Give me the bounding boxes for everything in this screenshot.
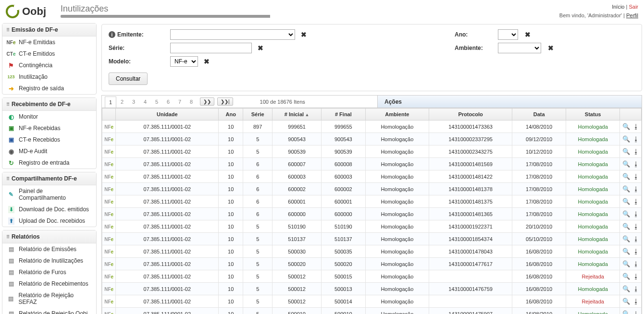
pager-page[interactable]: 7 bbox=[174, 97, 186, 107]
table-row[interactable]: NFe07.385.111/0001-02106600002600002Homo… bbox=[102, 183, 642, 195]
select-ano[interactable] bbox=[498, 29, 518, 40]
pager-page[interactable]: 5 bbox=[151, 97, 162, 107]
view-icon[interactable]: 🔍 bbox=[622, 123, 630, 130]
col-protocolo[interactable]: Protocolo bbox=[429, 109, 512, 121]
pager-page[interactable]: 4 bbox=[139, 97, 151, 107]
sidebar-item[interactable]: Painel de Compartilhamento bbox=[2, 185, 96, 204]
download-icon[interactable]: ⭳ bbox=[633, 148, 639, 155]
view-icon[interactable]: 🔍 bbox=[622, 198, 630, 205]
view-icon[interactable]: 🔍 bbox=[622, 310, 630, 314]
sidebar-item[interactable]: Monitor bbox=[2, 111, 96, 122]
col-status[interactable]: Status bbox=[566, 109, 620, 121]
sidebar-item[interactable]: Relatório de Rejeição Oobj bbox=[2, 308, 96, 314]
select-ambiente[interactable] bbox=[498, 43, 541, 53]
table-row[interactable]: NFe07.385.111/0001-02105500010500010Homo… bbox=[102, 308, 642, 314]
pager-page[interactable]: 6 bbox=[162, 97, 174, 107]
pager-page[interactable]: 3 bbox=[128, 97, 139, 107]
view-icon[interactable]: 🔍 bbox=[622, 185, 630, 193]
download-icon[interactable]: ⭳ bbox=[633, 235, 639, 242]
table-row[interactable]: NFe07.385.111/0001-02105500020500020Homo… bbox=[102, 258, 642, 270]
table-row[interactable]: NFe07.385.111/0001-02105500012500014Homo… bbox=[102, 295, 642, 308]
sidebar-item[interactable]: Contingência bbox=[2, 60, 96, 71]
clear-ambiente-icon[interactable]: ✖ bbox=[546, 44, 556, 52]
sidebar-item[interactable]: Inutilização bbox=[2, 71, 96, 83]
pager-page[interactable]: 8 bbox=[186, 97, 197, 107]
download-icon[interactable]: ⭳ bbox=[633, 298, 639, 305]
view-icon[interactable]: 🔍 bbox=[622, 273, 630, 280]
download-icon[interactable]: ⭳ bbox=[633, 160, 639, 168]
consultar-button[interactable]: Consultar bbox=[109, 72, 148, 85]
view-icon[interactable]: 🔍 bbox=[622, 248, 630, 255]
table-row[interactable]: NFe07.385.111/0001-02106600007600008Homo… bbox=[102, 158, 642, 170]
view-icon[interactable]: 🔍 bbox=[622, 235, 630, 242]
clear-emitente-icon[interactable]: ✖ bbox=[299, 31, 309, 38]
clear-modelo-icon[interactable]: ✖ bbox=[202, 58, 211, 65]
sidebar-item[interactable]: NF-e Emitidas bbox=[2, 36, 96, 48]
table-row[interactable]: NFe07.385.111/0001-02105500030500035Homo… bbox=[102, 245, 642, 258]
table-row[interactable]: NFe07.385.111/0001-02106600000600000Homo… bbox=[102, 208, 642, 220]
input-serie[interactable] bbox=[170, 43, 252, 53]
sidebar-item[interactable]: Relatório de Emissões bbox=[2, 243, 96, 255]
download-icon[interactable]: ⭳ bbox=[633, 273, 639, 280]
col-data[interactable]: Data bbox=[512, 109, 566, 121]
pager-page[interactable]: 2 bbox=[116, 97, 128, 107]
table-row[interactable]: NFe07.385.111/0001-0210897999651999655Ho… bbox=[102, 121, 642, 133]
view-icon[interactable]: 🔍 bbox=[622, 210, 630, 217]
download-icon[interactable]: ⭳ bbox=[633, 173, 639, 180]
sidebar-item[interactable]: Relatório de Rejeição SEFAZ bbox=[2, 290, 96, 308]
download-icon[interactable]: ⭳ bbox=[633, 248, 639, 255]
sidebar-item[interactable]: NF-e Recebidas bbox=[2, 122, 96, 134]
sidebar-item[interactable]: MD-e Audit bbox=[2, 145, 96, 157]
col-serie[interactable]: Série bbox=[243, 109, 272, 121]
col-inicial[interactable]: # Inicial bbox=[272, 109, 322, 121]
download-icon[interactable]: ⭳ bbox=[633, 285, 639, 292]
sidebar-item[interactable]: Registro de saída bbox=[2, 83, 96, 94]
info-icon[interactable]: i bbox=[109, 31, 115, 38]
table-row[interactable]: NFe07.385.111/0001-02105900539900539Homo… bbox=[102, 145, 642, 158]
table-row[interactable]: NFe07.385.111/0001-02105500012500013Homo… bbox=[102, 283, 642, 295]
download-icon[interactable]: ⭳ bbox=[633, 123, 639, 130]
table-row[interactable]: NFe07.385.111/0001-02106600001600001Homo… bbox=[102, 195, 642, 208]
sidebar-item[interactable]: Download de Doc. emitidos bbox=[2, 204, 96, 215]
view-icon[interactable]: 🔍 bbox=[622, 285, 630, 292]
download-icon[interactable]: ⭳ bbox=[633, 223, 639, 230]
view-icon[interactable]: 🔍 bbox=[622, 298, 630, 305]
download-icon[interactable]: ⭳ bbox=[633, 210, 639, 217]
col-final[interactable]: # Final bbox=[322, 109, 366, 121]
clear-ano-icon[interactable]: ✖ bbox=[523, 31, 533, 38]
sidebar-item[interactable]: Relatório de Furos bbox=[2, 266, 96, 278]
sidebar-item[interactable]: Relatório de Recebimentos bbox=[2, 278, 96, 290]
pager-last-button[interactable]: ❯❯| bbox=[217, 97, 233, 106]
table-row[interactable]: NFe07.385.111/0001-02105510190510190Homo… bbox=[102, 220, 642, 233]
sidebar-item[interactable]: CT-e Emitidos bbox=[2, 48, 96, 60]
view-icon[interactable]: 🔍 bbox=[622, 135, 630, 143]
clear-serie-icon[interactable]: ✖ bbox=[256, 44, 265, 52]
table-row[interactable]: NFe07.385.111/0001-02105900543900543Homo… bbox=[102, 133, 642, 145]
table-row[interactable]: NFe07.385.111/0001-02105500012500015Homo… bbox=[102, 270, 642, 283]
sidebar-item[interactable]: CT-e Recebidos bbox=[2, 134, 96, 145]
select-emitente[interactable] bbox=[170, 29, 295, 40]
pager-page[interactable]: 1 bbox=[105, 97, 116, 108]
col-ambiente[interactable]: Ambiente bbox=[365, 109, 429, 121]
view-icon[interactable]: 🔍 bbox=[622, 160, 630, 168]
select-modelo[interactable]: NF-e bbox=[170, 56, 198, 67]
col-ano[interactable]: Ano bbox=[219, 109, 243, 121]
view-icon[interactable]: 🔍 bbox=[622, 173, 630, 180]
download-icon[interactable]: ⭳ bbox=[633, 260, 639, 267]
sidebar-item[interactable]: Registro de entrada bbox=[2, 157, 96, 169]
table-row[interactable]: NFe07.385.111/0001-02106600003600003Homo… bbox=[102, 170, 642, 183]
view-icon[interactable]: 🔍 bbox=[622, 260, 630, 267]
link-perfil[interactable]: Perfil bbox=[626, 12, 638, 18]
download-icon[interactable]: ⭳ bbox=[633, 310, 639, 314]
view-icon[interactable]: 🔍 bbox=[622, 148, 630, 155]
sidebar-item[interactable]: Upload de Doc. recebidos bbox=[2, 215, 96, 227]
link-sair[interactable]: Sair bbox=[629, 4, 638, 10]
download-icon[interactable]: ⭳ bbox=[633, 135, 639, 143]
view-icon[interactable]: 🔍 bbox=[622, 223, 630, 230]
download-icon[interactable]: ⭳ bbox=[633, 198, 639, 205]
link-inicio[interactable]: Início bbox=[612, 4, 624, 10]
sidebar-item[interactable]: Relatório de Inutilizações bbox=[2, 255, 96, 266]
col-unidade[interactable]: Unidade bbox=[116, 109, 219, 121]
download-icon[interactable]: ⭳ bbox=[633, 185, 639, 193]
acoes-tab[interactable]: Ações bbox=[377, 96, 642, 108]
